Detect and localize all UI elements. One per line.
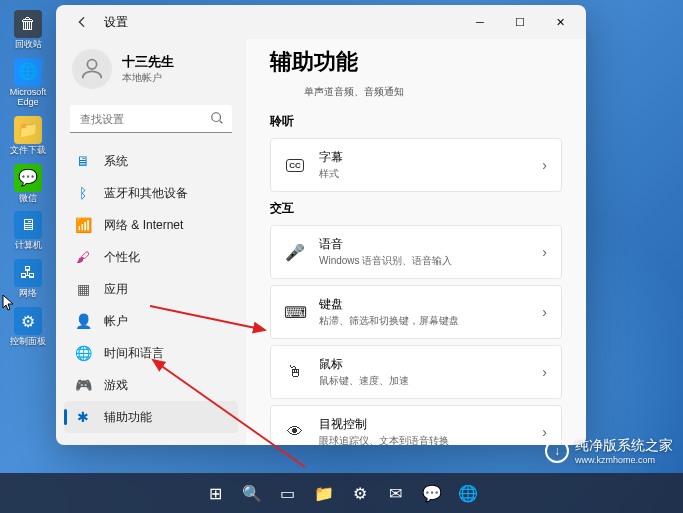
settings-card[interactable]: ⌨键盘粘滞、筛选和切换键，屏幕键盘›: [270, 285, 562, 339]
nav-item-8[interactable]: ✱辅助功能: [64, 401, 238, 433]
nav-label: 系统: [104, 153, 128, 170]
watermark: ↓ 纯净版系统之家 www.kzmhome.com: [545, 437, 673, 465]
taskbar-icon-6[interactable]: 💬: [416, 477, 448, 509]
nav-label: 辅助功能: [104, 409, 152, 426]
window-title: 设置: [104, 14, 128, 31]
card-title: 目视控制: [319, 416, 528, 433]
taskbar-icon-5[interactable]: ✉: [380, 477, 412, 509]
nav-icon: 🌐: [74, 344, 92, 362]
card-icon: 🖱: [285, 362, 305, 382]
avatar: [72, 49, 112, 89]
back-button[interactable]: [70, 10, 94, 34]
nav-item-4[interactable]: ▦应用: [64, 273, 238, 305]
nav-item-3[interactable]: 🖌个性化: [64, 241, 238, 273]
maximize-button[interactable]: ☐: [500, 5, 540, 39]
nav-item-2[interactable]: 📶网络 & Internet: [64, 209, 238, 241]
settings-card[interactable]: 🖱鼠标鼠标键、速度、加速›: [270, 345, 562, 399]
nav-label: 帐户: [104, 313, 128, 330]
nav-icon: 📶: [74, 216, 92, 234]
nav-icon: ᛒ: [74, 184, 92, 202]
card-title: 语音: [319, 236, 528, 253]
card-title: 键盘: [319, 296, 528, 313]
chevron-right-icon: ›: [542, 364, 547, 380]
nav-label: 时间和语言: [104, 345, 164, 362]
nav-item-9[interactable]: 🛡隐私和安全性: [64, 433, 238, 437]
card-sub: 粘滞、筛选和切换键，屏幕键盘: [319, 314, 528, 328]
nav-label: 蓝牙和其他设备: [104, 185, 188, 202]
nav-icon: ✱: [74, 408, 92, 426]
nav-item-6[interactable]: 🌐时间和语言: [64, 337, 238, 369]
close-button[interactable]: ✕: [540, 5, 580, 39]
card-sub: Windows 语音识别、语音输入: [319, 254, 528, 268]
user-name: 十三先生: [122, 53, 174, 71]
narrator-sub: 单声道音频、音频通知: [270, 85, 562, 99]
nav-icon: ▦: [74, 280, 92, 298]
svg-line-2: [220, 121, 223, 124]
user-type: 本地帐户: [122, 71, 174, 85]
page-title: 辅助功能: [270, 47, 562, 77]
settings-card[interactable]: 🎤语音Windows 语音识别、语音输入›: [270, 225, 562, 279]
titlebar: 设置 ─ ☐ ✕: [56, 5, 586, 39]
nav-list: 🖥系统ᛒ蓝牙和其他设备📶网络 & Internet🖌个性化▦应用👤帐户🌐时间和语…: [56, 143, 246, 437]
sidebar: 十三先生 本地帐户 🖥系统ᛒ蓝牙和其他设备📶网络 & Internet🖌个性化▦…: [56, 39, 246, 445]
card-icon: 🎤: [285, 242, 305, 262]
nav-icon: 🖌: [74, 248, 92, 266]
taskbar-icon-1[interactable]: 🔍: [236, 477, 268, 509]
settings-card[interactable]: CC字幕样式›: [270, 138, 562, 192]
taskbar-icon-3[interactable]: 📁: [308, 477, 340, 509]
nav-item-7[interactable]: 🎮游戏: [64, 369, 238, 401]
nav-label: 网络 & Internet: [104, 217, 183, 234]
search-icon: [210, 111, 224, 129]
nav-icon: 🖥: [74, 152, 92, 170]
desktop-icon[interactable]: 💬微信: [8, 164, 48, 204]
nav-label: 应用: [104, 281, 128, 298]
card-sub: 样式: [319, 167, 528, 181]
settings-window: 设置 ─ ☐ ✕ 十三先生 本地帐户: [56, 5, 586, 445]
desktop-icon[interactable]: 🖥计算机: [8, 211, 48, 251]
card-title: 鼠标: [319, 356, 528, 373]
taskbar-icon-0[interactable]: ⊞: [200, 477, 232, 509]
desktop-icon[interactable]: 📁文件下载: [8, 116, 48, 156]
chevron-right-icon: ›: [542, 157, 547, 173]
desktop-icon[interactable]: ⚙控制面板: [8, 307, 48, 347]
user-block[interactable]: 十三先生 本地帐户: [56, 43, 246, 101]
watermark-logo: ↓: [545, 439, 569, 463]
content-pane: 辅助功能 单声道音频、音频通知 聆听CC字幕样式›交互🎤语音Windows 语音…: [246, 39, 586, 445]
search-input[interactable]: [70, 105, 232, 133]
nav-icon: 🎮: [74, 376, 92, 394]
card-title: 字幕: [319, 149, 528, 166]
card-sub: 眼球追踪仪、文本到语音转换: [319, 434, 528, 445]
card-icon: ⌨: [285, 302, 305, 322]
taskbar-icon-7[interactable]: 🌐: [452, 477, 484, 509]
nav-icon: 👤: [74, 312, 92, 330]
card-icon: 👁: [285, 422, 305, 442]
minimize-button[interactable]: ─: [460, 5, 500, 39]
nav-item-5[interactable]: 👤帐户: [64, 305, 238, 337]
nav-item-0[interactable]: 🖥系统: [64, 145, 238, 177]
settings-card[interactable]: 👁目视控制眼球追踪仪、文本到语音转换›: [270, 405, 562, 445]
taskbar: ⊞🔍▭📁⚙✉💬🌐: [0, 473, 683, 513]
search-box: [70, 105, 232, 133]
section-label: 聆听: [270, 113, 562, 130]
nav-label: 游戏: [104, 377, 128, 394]
desktop-icon[interactable]: 🖧网络: [8, 259, 48, 299]
svg-point-0: [87, 60, 96, 69]
taskbar-icon-4[interactable]: ⚙: [344, 477, 376, 509]
desktop-icon[interactable]: 🌐Microsoft Edge: [8, 58, 48, 108]
chevron-right-icon: ›: [542, 244, 547, 260]
card-icon: CC: [285, 155, 305, 175]
taskbar-icon-2[interactable]: ▭: [272, 477, 304, 509]
chevron-right-icon: ›: [542, 304, 547, 320]
card-sub: 鼠标键、速度、加速: [319, 374, 528, 388]
desktop-icon[interactable]: 🗑回收站: [8, 10, 48, 50]
section-label: 交互: [270, 200, 562, 217]
svg-point-1: [212, 113, 221, 122]
nav-label: 个性化: [104, 249, 140, 266]
nav-item-1[interactable]: ᛒ蓝牙和其他设备: [64, 177, 238, 209]
